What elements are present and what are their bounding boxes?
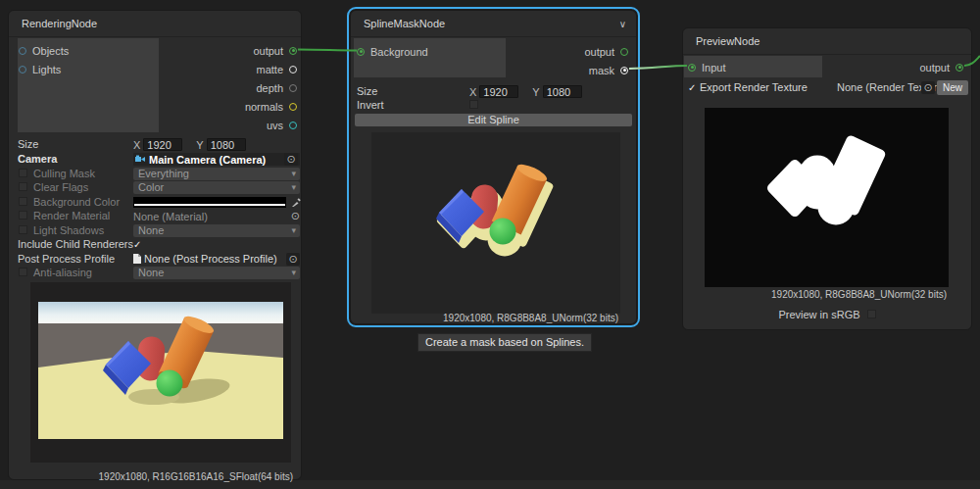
input-port[interactable] [688,64,696,72]
post-process-profile-label: Post Process Profile [18,253,115,266]
port-row-preview-output: output [919,58,963,76]
export-render-texture-checkbox[interactable]: ✓ [688,81,696,94]
spline-size-row: Size X Y [351,85,636,98]
objects-port-label: Objects [32,45,69,57]
port-row-input: Input [688,58,725,76]
export-render-texture-label: Export Render Texture [700,81,808,94]
camera-row: Camera Main Camera (Camera) ⊙ [9,153,301,166]
objects-port[interactable] [19,47,26,55]
node-preview[interactable]: PreviewNode Input output ✓ Export Render… [682,27,972,330]
invert-row: Invert [351,99,636,112]
node-rendering[interactable]: RenderingNode Objects Lights output matt… [8,10,302,480]
include-child-renderers-checkbox[interactable]: ✓ [133,239,141,250]
preview-node-title: PreviewNode [696,28,760,54]
culling-mask-checkbox[interactable] [19,169,27,177]
spline-size-y-input[interactable] [543,85,582,98]
anti-aliasing-value: None [138,267,164,279]
clear-flags-dropdown[interactable]: Color ▾ [133,181,300,194]
normals-port[interactable] [289,103,297,111]
edge-output-to-background[interactable] [298,50,357,51]
output-port-label: output [253,45,283,57]
port-row-objects: Objects [19,41,69,60]
y-axis-label: Y [196,139,203,151]
port-row-lights: Lights [19,60,61,78]
chevron-down-icon: ▾ [291,181,296,194]
port-row-output: output [253,41,297,60]
spline-size-x-input[interactable] [479,85,518,98]
chevron-down-icon[interactable]: ∨ [619,11,626,36]
size-y-input[interactable] [207,138,246,151]
invert-label: Invert [357,99,384,112]
background-color-checkbox[interactable] [19,197,27,206]
background-color-label: Background Color [33,196,120,209]
mask-silhouette [705,108,949,287]
preview-output-port-label: output [919,62,950,73]
output-port[interactable] [289,47,297,55]
camera-object-field[interactable]: Main Camera (Camera) ⊙ [133,153,300,166]
port-row-spline-output: output [584,42,628,61]
render-material-object-picker-icon[interactable]: ⊙ [291,210,300,222]
camera-value: Main Camera (Camera) [149,154,281,166]
background-port[interactable] [357,48,365,56]
clear-flags-label: Clear Flags [33,181,88,194]
size-row: Size X Y [9,138,301,151]
preview-srgb-label: Preview in sRGB [778,309,859,320]
node-spline-mask[interactable]: SplineMaskNode ∨ Background output mask … [350,10,637,324]
rendering-node-header[interactable]: RenderingNode [9,11,301,37]
camera-label: Camera [18,153,57,166]
include-child-renderers-label: Include Child Renderers [18,238,133,251]
uvs-port[interactable] [289,122,297,129]
size-x-input[interactable] [143,138,182,151]
spline-mask-preview-caption: 1920x1080, R8G8B8A8_UNorm(32 bits) [443,313,618,323]
uvs-port-label: uvs [267,120,283,131]
background-port-label: Background [370,46,428,58]
mask-preview-image [705,108,949,287]
light-shadows-value: None [138,224,164,237]
mask-port[interactable] [620,67,628,74]
lights-port[interactable] [19,66,26,73]
rendering-preview-caption: 1920x1080, R16G16B16A16_SFloat(64 bits) [99,471,293,482]
edit-spline-button[interactable]: Edit Spline [355,114,632,126]
anti-aliasing-checkbox[interactable] [19,268,27,276]
new-render-texture-button[interactable]: New [937,80,968,95]
render-texture-object-picker-icon[interactable]: ⊙ [921,81,935,94]
node-graph-canvas[interactable]: RenderingNode Objects Lights output matt… [0,0,980,489]
post-process-profile-object-picker-icon[interactable]: ⊙ [286,253,300,266]
x-axis-label: X [469,86,476,98]
camera-object-picker-icon[interactable]: ⊙ [284,153,298,166]
document-icon [133,254,141,264]
clear-flags-row: Clear Flags Color ▾ [9,181,301,194]
normals-port-label: normals [245,101,283,113]
port-row-normals: normals [245,97,297,116]
spline-mask-node-title: SplineMaskNode [364,11,445,36]
render-material-object-field[interactable]: None (Material) ⊙ [133,210,300,222]
eyedropper-icon[interactable] [292,198,301,207]
x-axis-label: X [133,139,140,151]
post-process-profile-value: None (Post Process Profile) [144,253,283,265]
background-color-swatch[interactable] [133,197,286,208]
clear-flags-checkbox[interactable] [19,182,27,191]
edge-mask-to-input[interactable] [629,66,687,69]
include-child-renderers-row: Include Child Renderers ✓ [9,238,301,251]
post-process-profile-object-field[interactable]: None (Post Process Profile) ⊙ [133,253,300,266]
invert-checkbox[interactable] [469,100,478,109]
light-shadows-dropdown[interactable]: None ▾ [133,224,300,237]
preview-output-port[interactable] [956,64,963,72]
post-process-profile-row: Post Process Profile None (Post Process … [9,253,301,266]
preview-srgb-checkbox[interactable] [867,310,876,318]
depth-port[interactable] [289,84,297,92]
culling-mask-label: Culling Mask [33,168,95,180]
render-material-checkbox[interactable] [19,211,27,220]
clear-flags-value: Color [138,181,164,194]
spline-output-port[interactable] [620,48,628,56]
port-row-mask: mask [589,61,628,79]
culling-mask-dropdown[interactable]: Everything ▾ [133,168,300,180]
spline-mask-node-header[interactable]: SplineMaskNode ∨ [351,11,636,37]
size-label: Size [18,138,38,151]
preview-node-header[interactable]: PreviewNode [683,28,971,55]
anti-aliasing-dropdown[interactable]: None ▾ [133,267,300,279]
anti-aliasing-row: Anti-aliasing None ▾ [9,267,301,279]
matte-port[interactable] [289,66,297,73]
port-row-depth: depth [256,78,297,97]
light-shadows-checkbox[interactable] [19,225,27,234]
